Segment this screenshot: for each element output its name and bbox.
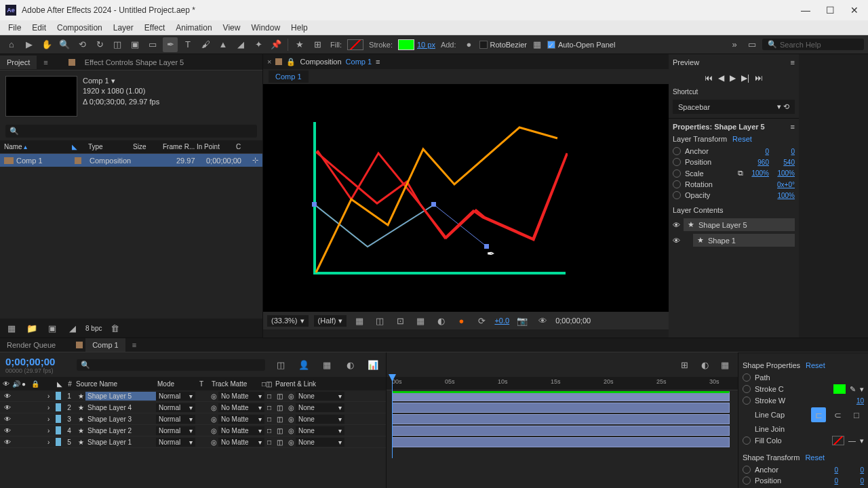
tl-tool-icon[interactable]: ⊞ bbox=[677, 357, 692, 372]
timeline-comp-tab[interactable]: Comp 1 bbox=[85, 338, 125, 352]
panel-menu-icon[interactable]: ≡ bbox=[791, 58, 795, 66]
col-parent[interactable]: Parent & Link bbox=[275, 380, 316, 388]
layer-content-item[interactable]: ★Shape 1 bbox=[693, 234, 795, 247]
cap-butt-icon[interactable]: ⊏ bbox=[811, 407, 826, 422]
snapshot-icon[interactable]: 📷 bbox=[515, 313, 530, 328]
time-ruler[interactable]: 00s05s10s15s20s25s30s bbox=[387, 377, 738, 390]
visibility-icon[interactable]: 👁 bbox=[3, 392, 12, 400]
reset-button[interactable]: Reset bbox=[805, 453, 825, 462]
matte-toggle-icon[interactable]: □ bbox=[267, 427, 277, 434]
track-matte-dropdown[interactable]: No Matte▾ bbox=[218, 426, 264, 435]
layer-duration-bar[interactable] bbox=[392, 391, 730, 401]
solo-col-icon[interactable]: ● bbox=[22, 380, 31, 388]
timeline-layer-row[interactable]: 👁 › 3 ★ Shape Layer 3 Normal▾ ◎ No Matte… bbox=[0, 413, 386, 425]
panel-toggle-icon[interactable]: ▦ bbox=[530, 37, 545, 52]
timeline-search[interactable]: 🔍 bbox=[77, 359, 265, 371]
menu-effect[interactable]: Effect bbox=[139, 22, 170, 34]
stopwatch-icon[interactable] bbox=[673, 169, 681, 178]
anchor-x[interactable]: 0 bbox=[747, 148, 769, 155]
add-button-icon[interactable]: ● bbox=[462, 37, 477, 52]
new-folder-icon[interactable]: 📁 bbox=[24, 321, 39, 336]
label-color[interactable] bbox=[56, 426, 61, 434]
track-matte-dropdown[interactable]: No Matte▾ bbox=[218, 438, 264, 447]
graph-editor-icon[interactable]: 📊 bbox=[366, 357, 380, 372]
menu-layer[interactable]: Layer bbox=[108, 22, 139, 34]
new-comp-icon[interactable]: ▣ bbox=[45, 321, 60, 336]
bpc-label[interactable]: 8 bpc bbox=[85, 325, 102, 332]
tl-tool-icon[interactable]: ▦ bbox=[717, 357, 732, 372]
reset-button[interactable]: Reset bbox=[806, 361, 825, 369]
matte-toggle-icon[interactable]: □ bbox=[267, 439, 277, 446]
layer-duration-bar[interactable] bbox=[392, 403, 730, 413]
close-button[interactable]: ✕ bbox=[846, 2, 863, 18]
audio-col-icon[interactable]: 🔊 bbox=[12, 380, 22, 388]
layer-name[interactable]: Shape Layer 5 bbox=[85, 392, 156, 401]
blend-mode-dropdown[interactable]: Normal▾ bbox=[156, 438, 195, 447]
orbit-tool-icon[interactable]: ⟲ bbox=[75, 37, 90, 52]
col-out-icon[interactable]: C bbox=[236, 143, 241, 150]
play-icon[interactable]: ▶ bbox=[730, 73, 736, 83]
stopwatch-icon[interactable] bbox=[673, 147, 681, 155]
label-color[interactable] bbox=[56, 415, 61, 423]
tab-menu-icon[interactable]: ≡ bbox=[37, 56, 54, 69]
matte-toggle-icon[interactable]: □ bbox=[267, 392, 277, 400]
layer-name[interactable]: Shape Layer 4 bbox=[85, 403, 156, 412]
blend-mode-dropdown[interactable]: Normal▾ bbox=[156, 426, 195, 435]
menu-window[interactable]: Window bbox=[245, 22, 285, 34]
fill-color-swatch[interactable] bbox=[347, 39, 363, 50]
expand-arrow-icon[interactable]: › bbox=[47, 392, 54, 400]
hand-tool-icon[interactable]: ✋ bbox=[39, 37, 54, 52]
flowchart-tab[interactable]: Comp 1 bbox=[269, 70, 309, 83]
matte-invert-icon[interactable]: ◫ bbox=[277, 427, 286, 434]
track-matte-dropdown[interactable]: No Matte▾ bbox=[218, 415, 264, 424]
comp-thumbnail[interactable] bbox=[5, 76, 77, 117]
interpret-icon[interactable]: ▦ bbox=[4, 321, 19, 336]
camera-tool-icon[interactable]: ◫ bbox=[110, 37, 125, 52]
timeline-layer-row[interactable]: 👁 › 5 ★ Shape Layer 1 Normal▾ ◎ No Matte… bbox=[0, 436, 386, 448]
menu-animation[interactable]: Animation bbox=[170, 22, 217, 34]
visibility-icon[interactable]: 👁 bbox=[673, 237, 681, 245]
label-col-icon[interactable]: ◣ bbox=[57, 380, 64, 388]
menu-help[interactable]: Help bbox=[285, 22, 313, 34]
label-color[interactable] bbox=[56, 403, 61, 411]
col-source[interactable]: Source Name bbox=[76, 380, 157, 388]
col-framerate[interactable]: Frame R... bbox=[163, 143, 197, 150]
comp-mini-icon[interactable]: ◫ bbox=[273, 357, 288, 372]
menu-file[interactable]: File bbox=[3, 22, 26, 34]
stopwatch-icon[interactable] bbox=[743, 436, 751, 445]
layer-duration-bar[interactable] bbox=[392, 426, 730, 436]
layer-duration-bar[interactable] bbox=[392, 437, 730, 447]
timeline-layer-row[interactable]: 👁 › 2 ★ Shape Layer 4 Normal▾ ◎ No Matte… bbox=[0, 402, 386, 413]
dropdown-icon[interactable]: ▾ bbox=[860, 436, 864, 445]
lock-col-icon[interactable]: 🔒 bbox=[31, 380, 41, 388]
matte-invert-icon[interactable]: ◫ bbox=[277, 415, 286, 423]
matte-pickwhip-icon[interactable]: ◎ bbox=[209, 439, 218, 446]
parent-pickwhip-icon[interactable]: ◎ bbox=[286, 404, 296, 411]
dropdown-icon[interactable]: ▾ bbox=[860, 385, 864, 394]
tab-menu-icon[interactable]: ≡ bbox=[376, 58, 380, 66]
visibility-icon[interactable]: 👁 bbox=[3, 439, 12, 446]
parent-pickwhip-icon[interactable]: ◎ bbox=[286, 415, 296, 423]
matte-pickwhip-icon[interactable]: ◎ bbox=[209, 427, 218, 434]
timeline-layer-row[interactable]: 👁 › 1 ★ Shape Layer 5 Normal▾ ◎ No Matte… bbox=[0, 390, 386, 402]
link-icon[interactable]: ⧉ bbox=[738, 169, 743, 178]
last-frame-icon[interactable]: ⏭ bbox=[755, 73, 763, 83]
expand-arrow-icon[interactable]: › bbox=[47, 427, 54, 434]
cti-line[interactable] bbox=[392, 377, 393, 458]
matte-pickwhip-icon[interactable]: ◎ bbox=[209, 404, 218, 411]
col-name[interactable]: Name bbox=[4, 143, 22, 150]
blend-mode-dropdown[interactable]: Normal▾ bbox=[156, 403, 195, 412]
region-icon[interactable]: ⊡ bbox=[393, 313, 408, 328]
shy-icon[interactable]: 👤 bbox=[296, 357, 311, 372]
stroke-width-value[interactable]: 10 px bbox=[417, 41, 435, 49]
effect-controls-tab[interactable]: Effect Controls Shape Layer 5 bbox=[78, 56, 191, 69]
rotate-tool-icon[interactable]: ↻ bbox=[92, 37, 107, 52]
blend-mode-dropdown[interactable]: Normal▾ bbox=[156, 392, 195, 401]
track-matte-dropdown[interactable]: No Matte▾ bbox=[218, 403, 264, 412]
parent-dropdown[interactable]: None▾ bbox=[296, 415, 344, 424]
visibility-icon[interactable]: 👁 bbox=[3, 427, 12, 434]
parent-pickwhip-icon[interactable]: ◎ bbox=[286, 439, 296, 446]
search-help-input[interactable]: 🔍 Search Help bbox=[762, 39, 864, 50]
cap-round-icon[interactable]: ⊂ bbox=[830, 407, 845, 422]
col-size[interactable]: Size bbox=[133, 143, 163, 150]
